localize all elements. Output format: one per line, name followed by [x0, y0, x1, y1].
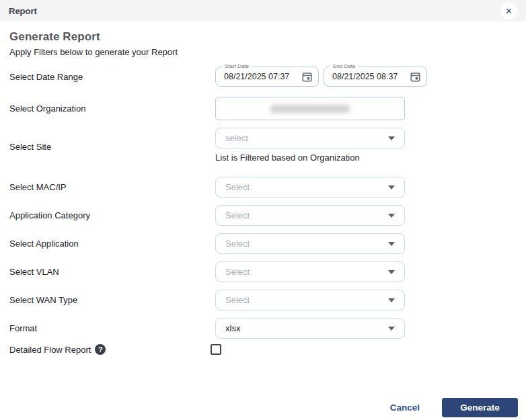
wan-type-label: Select WAN Type — [9, 295, 215, 305]
chevron-down-icon — [388, 242, 395, 246]
page-subtitle: Apply Filters below to generate your Rep… — [9, 47, 517, 57]
end-date-value[interactable]: 08/21/2025 08:37 — [332, 72, 398, 81]
dialog-footer: Cancel Generate — [390, 398, 518, 417]
application-placeholder: Select — [225, 239, 250, 249]
detailed-flow-label: Detailed Flow Report — [9, 345, 91, 355]
chevron-down-icon — [388, 270, 395, 274]
mac-ip-placeholder: Select — [225, 182, 250, 192]
site-label: Select Site — [9, 142, 215, 152]
format-label: Format — [9, 323, 215, 333]
vlan-row: Select VLAN Select — [9, 261, 517, 282]
end-date-label: End Date — [330, 63, 358, 69]
dialog-body: Generate Report Apply Filters below to g… — [0, 22, 526, 355]
dialog-header: Report ✕ — [0, 0, 526, 22]
start-date-label: Start Date — [222, 63, 252, 69]
mac-ip-row: Select MAC/IP Select — [9, 177, 517, 198]
vlan-select[interactable]: Select — [215, 261, 405, 282]
chevron-down-icon — [388, 136, 395, 140]
wan-type-row: Select WAN Type Select — [9, 290, 517, 310]
site-helper-text: List is Filtered based on Organization — [215, 153, 405, 163]
organization-label: Select Organization — [9, 103, 215, 114]
format-row: Format xlsx — [9, 318, 517, 339]
mac-ip-select[interactable]: Select — [215, 177, 405, 198]
detailed-flow-checkbox[interactable] — [211, 344, 221, 355]
cancel-button[interactable]: Cancel — [390, 403, 420, 413]
generate-report-dialog: Report ✕ Generate Report Apply Filters b… — [0, 0, 526, 420]
help-icon[interactable]: ? — [95, 344, 106, 355]
app-category-label: Application Category — [9, 210, 215, 220]
chevron-down-icon — [388, 214, 395, 218]
calendar-icon[interactable] — [301, 71, 313, 83]
dialog-title: Report — [9, 6, 37, 16]
organization-row: Select Organization — [9, 97, 517, 120]
app-category-placeholder: Select — [225, 210, 250, 220]
format-select[interactable]: xlsx — [215, 318, 405, 339]
wan-type-select[interactable]: Select — [215, 290, 405, 310]
date-range-row: Select Date Range Start Date 08/21/2025 … — [9, 67, 517, 87]
wan-type-placeholder: Select — [225, 295, 250, 305]
mac-ip-label: Select MAC/IP — [9, 182, 215, 192]
format-value: xlsx — [225, 323, 240, 333]
site-select[interactable]: select — [215, 128, 405, 149]
generate-button[interactable]: Generate — [442, 398, 518, 417]
start-date-value[interactable]: 08/21/2025 07:37 — [224, 72, 289, 81]
application-row: Select Application Select — [9, 233, 517, 254]
vlan-label: Select VLAN — [9, 267, 215, 277]
application-select[interactable]: Select — [215, 233, 405, 254]
detailed-flow-row: Detailed Flow Report ? — [9, 344, 517, 355]
date-range-label: Select Date Range — [9, 72, 215, 82]
date-fields: Start Date 08/21/2025 07:37 End Date — [215, 67, 428, 87]
app-category-row: Application Category Select — [9, 205, 517, 226]
application-label: Select Application — [9, 239, 215, 249]
chevron-down-icon — [388, 298, 395, 302]
chevron-down-icon — [388, 327, 395, 331]
page-title: Generate Report — [9, 30, 517, 44]
vlan-placeholder: Select — [225, 267, 250, 277]
end-date-field[interactable]: End Date 08/21/2025 08:37 — [324, 67, 427, 87]
chevron-down-icon — [388, 185, 395, 190]
calendar-icon[interactable] — [410, 71, 421, 83]
organization-value-redacted — [270, 105, 350, 113]
start-date-field[interactable]: Start Date 08/21/2025 07:37 — [215, 67, 319, 87]
organization-field[interactable] — [215, 97, 405, 120]
site-placeholder: select — [225, 133, 248, 143]
app-category-select[interactable]: Select — [215, 205, 405, 226]
site-row: Select Site select List is Filtered base… — [9, 128, 517, 166]
report-filter-form: Select Date Range Start Date 08/21/2025 … — [9, 67, 517, 355]
close-icon[interactable]: ✕ — [500, 3, 517, 19]
